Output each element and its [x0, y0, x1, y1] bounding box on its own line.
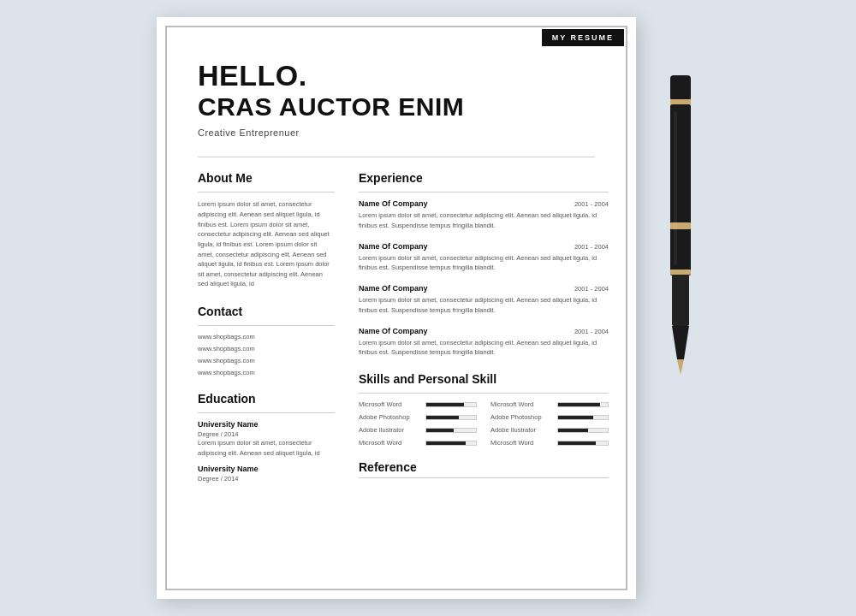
exp-company-4: Name Of Company	[359, 327, 428, 335]
skill-bar-4	[557, 415, 609, 420]
experience-title: Experience	[359, 171, 609, 185]
skill-row-6: Adobe Ilustrator	[490, 426, 609, 434]
edu-name-2: University Name	[198, 465, 335, 473]
about-text: Lorem ipsum dolor sit amet, consectetur …	[198, 199, 335, 289]
skill-name-6: Adobe Ilustrator	[490, 426, 552, 434]
exp-desc-1: Lorem ipsum dolor sit amet, consectetur …	[359, 210, 609, 230]
skill-fill-3	[426, 416, 459, 419]
contact-item-4: www.shopbags.com	[198, 369, 335, 376]
skill-name-1: Microsoft Word	[359, 400, 420, 408]
svg-rect-3	[670, 104, 691, 275]
skill-name-4: Adobe Photoshop	[490, 413, 552, 421]
skill-bar-6	[557, 428, 609, 433]
contact-item-3: www.shopbags.com	[198, 357, 335, 364]
name-text: CRAS AUCTOR ENIM	[198, 92, 595, 122]
left-column: About Me Lorem ipsum dolor sit amet, con…	[198, 171, 335, 485]
edu-text-1: Lorem ipsum dolor sit amet, consectetur …	[198, 438, 335, 458]
skill-name-7: Microsoft Word	[359, 439, 420, 447]
education-divider	[198, 412, 335, 413]
skills-title: Skills and Personal Skill	[359, 372, 609, 386]
scene: MY RESUME HELLO. CRAS AUCTOR ENIM Creati…	[17, 17, 839, 616]
exp-company-3: Name Of Company	[359, 284, 428, 293]
skill-bar-1	[425, 402, 477, 407]
resume-paper: MY RESUME HELLO. CRAS AUCTOR ENIM Creati…	[157, 17, 636, 599]
resume-badge: MY RESUME	[542, 29, 624, 46]
skill-row-4: Adobe Photoshop	[490, 413, 609, 421]
svg-rect-1	[670, 75, 691, 101]
exp-desc-2: Lorem ipsum dolor sit amet, consectetur …	[359, 253, 609, 273]
reference-divider	[359, 477, 609, 478]
skill-row-1: Microsoft Word	[359, 400, 477, 408]
skill-row-7: Microsoft Word	[359, 439, 477, 447]
header-divider	[198, 157, 595, 157]
svg-rect-6	[672, 275, 689, 326]
skill-row-3: Adobe Photoshop	[359, 413, 477, 421]
exp-header-4: Name Of Company 2001 - 2004	[359, 327, 609, 335]
skill-row-2: Microsoft Word	[490, 400, 609, 408]
edu-degree-2: Degree / 2014	[198, 475, 335, 483]
exp-entry-2: Name Of Company 2001 - 2004 Lorem ipsum …	[359, 242, 609, 273]
columns: About Me Lorem ipsum dolor sit amet, con…	[198, 171, 595, 485]
pen-container	[662, 17, 699, 376]
resume-content: HELLO. CRAS AUCTOR ENIM Creative Entrepr…	[165, 26, 627, 590]
subtitle: Creative Entreprenuer	[198, 127, 595, 138]
experience-divider	[359, 192, 609, 192]
right-column: Experience Name Of Company 2001 - 2004 L…	[359, 171, 609, 485]
skill-bar-7	[425, 441, 477, 446]
exp-desc-3: Lorem ipsum dolor sit amet, consectetur …	[359, 295, 609, 315]
exp-header-1: Name Of Company 2001 - 2004	[359, 199, 609, 208]
reference-title: Reference	[359, 460, 609, 474]
skill-fill-5	[426, 429, 454, 432]
svg-rect-5	[670, 270, 691, 275]
exp-company-2: Name Of Company	[359, 242, 428, 251]
exp-entry-1: Name Of Company 2001 - 2004 Lorem ipsum …	[359, 199, 609, 230]
skill-row-5: Adobe Ilustrator	[359, 426, 477, 434]
skill-fill-1	[426, 403, 464, 406]
hello-text: HELLO.	[198, 60, 595, 92]
pen-illustration	[662, 68, 699, 376]
skill-name-5: Adobe Ilustrator	[359, 426, 420, 434]
contact-divider	[198, 325, 335, 326]
exp-entry-3: Name Of Company 2001 - 2004 Lorem ipsum …	[359, 284, 609, 315]
skill-bar-3	[425, 415, 477, 420]
edu-name-1: University Name	[198, 420, 335, 429]
about-divider	[198, 192, 335, 192]
skill-bar-8	[557, 441, 609, 446]
skill-bar-5	[425, 428, 477, 433]
exp-entry-4: Name Of Company 2001 - 2004 Lorem ipsum …	[359, 327, 609, 358]
exp-header-2: Name Of Company 2001 - 2004	[359, 242, 609, 251]
svg-marker-7	[672, 326, 689, 359]
skill-name-8: Microsoft Word	[490, 439, 552, 447]
contact-item-2: www.shopbags.com	[198, 345, 335, 352]
exp-company-1: Name Of Company	[359, 199, 428, 208]
skill-fill-8	[558, 441, 596, 445]
contact-title: Contact	[198, 305, 335, 318]
edu-degree-1: Degree / 2014	[198, 430, 335, 438]
skills-grid: Microsoft Word Microsoft Word	[359, 400, 609, 447]
skill-fill-6	[558, 429, 588, 432]
exp-date-2: 2001 - 2004	[574, 243, 609, 251]
skill-fill-4	[558, 416, 593, 419]
svg-rect-4	[670, 222, 691, 229]
exp-date-1: 2001 - 2004	[574, 200, 609, 208]
skill-name-2: Microsoft Word	[490, 400, 552, 408]
education-title: Education	[198, 392, 335, 406]
about-title: About Me	[198, 171, 335, 185]
svg-rect-9	[674, 111, 677, 265]
skill-row-8: Microsoft Word	[490, 439, 609, 447]
contact-item-1: www.shopbags.com	[198, 333, 335, 341]
skill-fill-7	[426, 441, 466, 445]
svg-rect-2	[670, 99, 691, 104]
skills-divider	[359, 393, 609, 394]
skill-bar-2	[557, 402, 609, 407]
header-section: HELLO. CRAS AUCTOR ENIM Creative Entrepr…	[198, 60, 595, 138]
skill-name-3: Adobe Photoshop	[359, 413, 420, 421]
exp-header-3: Name Of Company 2001 - 2004	[359, 284, 609, 293]
exp-date-3: 2001 - 2004	[574, 285, 609, 293]
exp-date-4: 2001 - 2004	[574, 328, 609, 335]
skill-fill-2	[558, 403, 600, 406]
exp-desc-4: Lorem ipsum dolor sit amet, consectetur …	[359, 338, 609, 358]
svg-marker-8	[677, 359, 684, 375]
